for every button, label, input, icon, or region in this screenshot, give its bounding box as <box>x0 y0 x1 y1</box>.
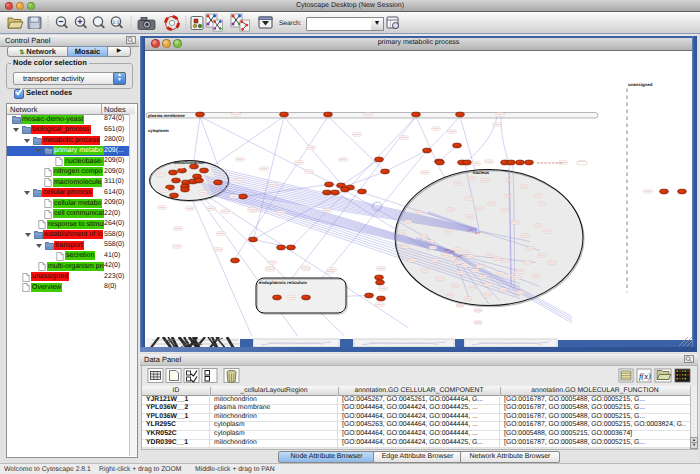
svg-text:plasma membrane: plasma membrane <box>148 112 185 117</box>
svg-text:nucleus: nucleus <box>473 170 490 175</box>
svg-text:endoplasmic reticulum: endoplasmic reticulum <box>259 279 307 284</box>
svg-text:Search:: Search: <box>279 20 302 27</box>
svg-text:unassigned: unassigned <box>628 81 653 86</box>
svg-text:mitochondrion: mitochondrion <box>174 160 205 165</box>
svg-text:f(x): f(x) <box>639 371 651 381</box>
svg-text:1:1: 1:1 <box>113 20 120 26</box>
svg-text:cytoplasm: cytoplasm <box>148 127 169 132</box>
